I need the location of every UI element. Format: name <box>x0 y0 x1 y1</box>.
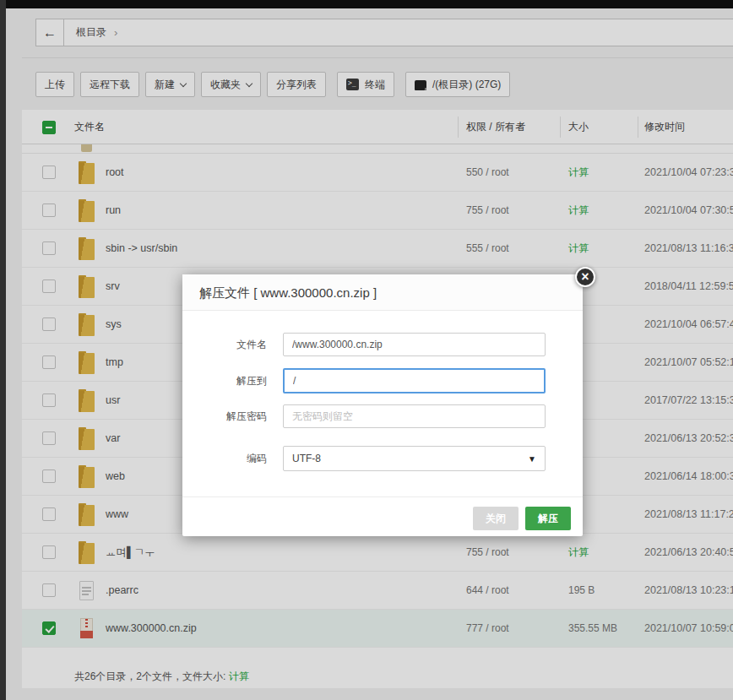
dest-field[interactable] <box>283 368 546 393</box>
close-icon: × <box>581 270 589 284</box>
dest-label: 解压到 <box>199 368 267 393</box>
password-label: 解压密码 <box>199 404 267 429</box>
close-button[interactable]: × <box>575 267 595 287</box>
encoding-label: 编码 <box>199 446 267 471</box>
select-arrow-icon: ▼ <box>528 447 536 472</box>
dialog-footer: 关闭 解压 <box>182 497 583 536</box>
dialog-close-button[interactable]: 关闭 <box>473 507 519 530</box>
extract-button[interactable]: 解压 <box>525 507 571 530</box>
dialog-title: 解压文件 [ www.300000.cn.zip ] <box>182 274 583 311</box>
filename-label: 文件名 <box>199 332 267 357</box>
password-field[interactable] <box>283 404 546 428</box>
filename-field[interactable] <box>283 333 546 356</box>
encoding-select[interactable]: UTF-8▼ <box>283 446 546 471</box>
extract-dialog: 解压文件 [ www.300000.cn.zip ] × 文件名 解压到 解压密… <box>182 274 583 536</box>
